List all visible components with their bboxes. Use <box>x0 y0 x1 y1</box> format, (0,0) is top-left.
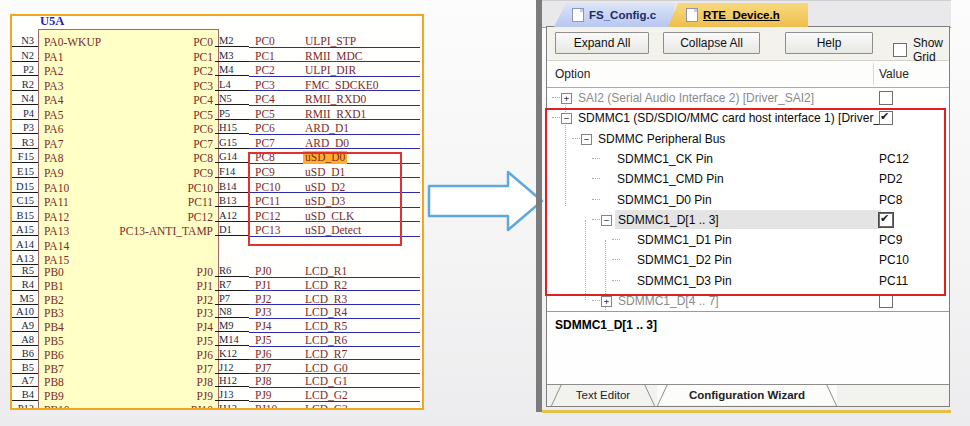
collapse-icon[interactable]: − <box>581 134 592 145</box>
pin-name: PA6 <box>44 123 63 136</box>
tab-rte-device[interactable]: RTE_Device.h <box>668 3 808 27</box>
pin-name: PC7 <box>93 138 213 151</box>
tree-row[interactable]: SDMMC1_D3 PinPC11 <box>547 271 949 291</box>
tree-item-label: SDMMC1_D2 Pin <box>637 253 732 267</box>
collapse-icon[interactable]: − <box>561 113 572 124</box>
tree-row[interactable]: +SAI2 (Serial Audio Interface 2) [Driver… <box>547 88 949 108</box>
tree-guide <box>592 219 600 220</box>
pin-name: PJ3 <box>93 307 213 320</box>
net-label: RMII_RXD1 <box>303 108 368 121</box>
net-label: LCD_R1 <box>303 265 349 278</box>
tree-row[interactable]: −SDMMC1 (SD/SDIO/MMC card host interface… <box>547 108 949 128</box>
tree-item-label: SDMMC1_D0 Pin <box>617 193 712 207</box>
pin-number: B5 <box>10 362 34 374</box>
pin-name: PJ0 <box>93 266 213 279</box>
tab-text-editor[interactable]: Text Editor <box>551 385 655 405</box>
pin-number: A8 <box>10 334 34 346</box>
pin-name: PB0 <box>44 266 64 279</box>
editor-mode-tab-bar: Text Editor Configuration Wizard <box>547 384 949 406</box>
pin-number: B15 <box>10 210 34 222</box>
net-label: uSD_Detect <box>303 224 363 237</box>
collapse-all-button[interactable]: Collapse All <box>663 32 760 54</box>
pin-number: M5 <box>10 293 34 305</box>
pin-value[interactable]: PC10 <box>879 253 909 267</box>
pin-number: R5 <box>10 265 34 277</box>
net-label: LCD_R7 <box>303 348 349 361</box>
port-label: PJ6 <box>255 348 272 361</box>
net-label: ARD_D0 <box>303 137 351 150</box>
pin-number: M3 <box>216 50 249 62</box>
port-label: PC6 <box>255 122 275 135</box>
pin-number: N5 <box>216 93 249 105</box>
expand-icon[interactable]: + <box>601 296 612 307</box>
pin-number: A15 <box>10 224 34 236</box>
tree-guide <box>572 138 580 139</box>
pin-name: PC10 <box>93 182 213 195</box>
pin-number: C15 <box>10 195 34 207</box>
show-grid-checkbox[interactable] <box>893 43 907 57</box>
pin-value[interactable]: PC11 <box>879 274 908 288</box>
pin-name: PA12 <box>44 211 69 224</box>
pin-name: PJ10 <box>93 404 213 410</box>
pin-value[interactable]: PC9 <box>879 233 902 247</box>
tree-row[interactable]: SDMMC1_D0 PinPC8 <box>547 190 949 210</box>
tree-row[interactable]: SDMMC1_D2 PinPC10 <box>547 250 949 270</box>
tree-item-checkbox[interactable] <box>879 294 893 308</box>
pin-name: PA14 <box>44 240 69 253</box>
tree-row[interactable]: SDMMC1_D1 PinPC9 <box>547 230 949 250</box>
tree-item-label: SDMMC1_D[1 .. 3] <box>618 213 719 227</box>
document-icon <box>572 8 584 22</box>
tree-guide <box>592 158 600 159</box>
tab-fs-config[interactable]: FS_Config.c <box>554 3 674 27</box>
port-label: PC10 <box>255 181 281 194</box>
pin-value[interactable]: PD2 <box>879 172 902 186</box>
tree-row[interactable]: SDMMC1_CMD PinPD2 <box>547 169 949 189</box>
net-label: ULPI_DIR <box>303 64 358 77</box>
pin-name: PC11 <box>93 196 213 209</box>
net-label: LCD_R4 <box>303 306 349 319</box>
tree-guide <box>612 239 620 240</box>
tree-item-checkbox[interactable] <box>879 91 893 105</box>
pin-number: P12 <box>10 403 34 410</box>
tree-item-checkbox[interactable] <box>879 111 893 125</box>
pin-number: M2 <box>216 35 249 47</box>
tree-row[interactable]: SDMMC1_CK PinPC12 <box>547 149 949 169</box>
pin-name: PA3 <box>44 80 63 93</box>
pin-name: PC9 <box>93 167 213 180</box>
pin-number: F15 <box>10 151 34 163</box>
pin-name: PA9 <box>44 167 63 180</box>
pin-value[interactable]: PC12 <box>879 152 909 166</box>
tree-item-checkbox[interactable] <box>879 213 893 227</box>
pin-name: PC12 <box>93 211 213 224</box>
schematic-panel: U5A N3PA0-WKUPN2PA1P2PA2R2PA3N4PA4P4PA5P… <box>10 14 424 410</box>
tree-row[interactable]: −SDMMC1_D[1 .. 3] <box>547 210 949 230</box>
pin-number: H13 <box>216 403 249 410</box>
pin-number: M4 <box>216 64 249 76</box>
expand-all-button[interactable]: Expand All <box>555 32 649 54</box>
pin-number: D1 <box>216 224 249 236</box>
pin-name: PB5 <box>44 335 64 348</box>
net-label: LCD_G3 <box>303 403 350 410</box>
expand-icon[interactable]: + <box>561 93 572 104</box>
collapse-icon[interactable]: − <box>601 215 612 226</box>
pin-name: PB6 <box>44 349 64 362</box>
pin-name: PA7 <box>44 138 63 151</box>
pin-number: E15 <box>10 166 34 178</box>
pin-number: R4 <box>10 279 34 291</box>
show-grid-label: Show Grid <box>913 36 949 64</box>
tree-row[interactable]: −SDMMC Peripheral Bus <box>547 129 949 149</box>
tree-item-label: SDMMC1_D[4 .. 7] <box>618 294 719 308</box>
tab-configuration-wizard[interactable]: Configuration Wizard <box>657 385 837 405</box>
pin-number: P7 <box>216 293 249 305</box>
pin-number: A14 <box>10 239 34 251</box>
pin-value[interactable]: PC8 <box>879 193 902 207</box>
tree-row[interactable]: +SDMMC1_D[4 .. 7] <box>547 291 949 311</box>
pin-number: A7 <box>10 375 34 387</box>
port-label: PJ2 <box>255 293 272 306</box>
pin-name: PC8 <box>93 152 213 165</box>
port-label: PC13 <box>255 224 281 237</box>
pin-number: P4 <box>10 108 34 120</box>
pin-number: B13 <box>216 195 249 207</box>
help-button[interactable]: Help <box>785 32 873 54</box>
tree-item-label: SDMMC1_D1 Pin <box>637 233 732 247</box>
